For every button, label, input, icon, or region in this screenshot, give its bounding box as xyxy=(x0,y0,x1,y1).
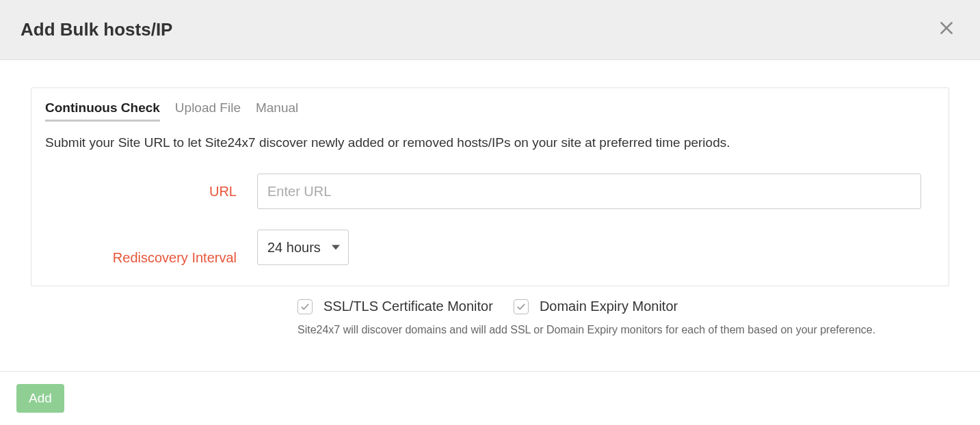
check-icon xyxy=(300,302,310,312)
close-icon[interactable] xyxy=(933,19,959,40)
add-button[interactable]: Add xyxy=(16,384,64,413)
tab-upload-file[interactable]: Upload File xyxy=(175,100,241,122)
tab-bar: Continuous Check Upload File Manual xyxy=(31,88,949,128)
tab-manual[interactable]: Manual xyxy=(256,100,298,122)
interval-label: Rediscovery Interval xyxy=(45,250,257,266)
url-label: URL xyxy=(45,184,257,200)
ssl-monitor-option: SSL/TLS Certificate Monitor xyxy=(297,299,493,314)
domain-monitor-checkbox[interactable] xyxy=(514,299,529,314)
tab-continuous-check[interactable]: Continuous Check xyxy=(45,100,160,122)
modal-footer: Add xyxy=(0,371,980,425)
monitor-options: SSL/TLS Certificate Monitor Domain Expir… xyxy=(297,286,949,314)
domain-monitor-option: Domain Expiry Monitor xyxy=(514,299,678,314)
interval-value: 24 hours xyxy=(267,240,321,256)
chevron-down-icon xyxy=(332,245,340,250)
domain-monitor-label: Domain Expiry Monitor xyxy=(540,299,678,314)
interval-row: Rediscovery Interval 24 hours xyxy=(31,209,949,286)
url-row: URL xyxy=(31,153,949,209)
monitor-hint: Site24x7 will discover domains and will … xyxy=(297,324,949,336)
modal-body: Continuous Check Upload File Manual Subm… xyxy=(0,60,980,336)
modal-header: Add Bulk hosts/IP xyxy=(0,0,980,60)
interval-select[interactable]: 24 hours xyxy=(257,230,349,265)
check-icon xyxy=(516,302,526,312)
ssl-monitor-label: SSL/TLS Certificate Monitor xyxy=(323,299,493,314)
url-input[interactable] xyxy=(257,174,921,209)
ssl-monitor-checkbox[interactable] xyxy=(297,299,313,314)
tab-description: Submit your Site URL to let Site24x7 dis… xyxy=(31,128,949,153)
modal-title: Add Bulk hosts/IP xyxy=(21,19,172,40)
form-panel: Continuous Check Upload File Manual Subm… xyxy=(31,87,949,286)
